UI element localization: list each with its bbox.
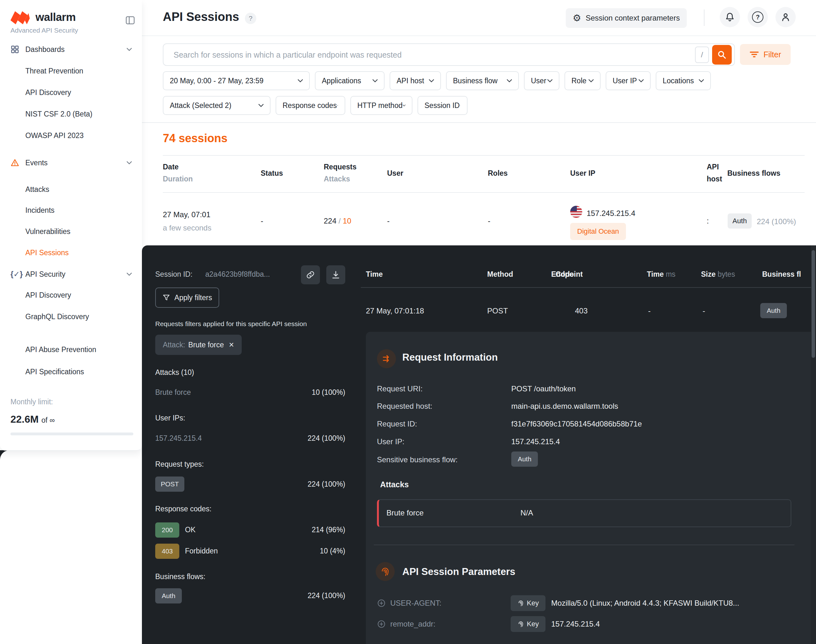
provider-badge[interactable]: Digital Ocean [570, 223, 626, 240]
chevron-down-icon [372, 79, 378, 82]
sidebar-item-events[interactable]: Events [0, 155, 142, 170]
row-date: 27 May, 07:01 [163, 210, 211, 219]
chevron-down-icon [403, 104, 406, 107]
attack-filter-chip[interactable]: Attack: Brute force × [155, 335, 242, 355]
filter-chip-response-codes[interactable]: Response codes [276, 96, 345, 115]
sidebar-item-api-sessions[interactable]: API Sessions [0, 245, 142, 260]
host-label: Requested host: [377, 402, 432, 411]
filter-chip-attack[interactable]: Attack (Selected 2) [163, 96, 270, 115]
filter-chip-role[interactable]: Role [564, 71, 601, 90]
plus-circle-icon[interactable] [377, 619, 386, 629]
business-flow-badge[interactable]: Auth [728, 213, 752, 228]
app: API Sessions ? ⚙ Session context paramet… [0, 0, 816, 644]
sidebar-item-api-security[interactable]: {✓} API Security [0, 267, 142, 282]
req-size: - [702, 307, 705, 315]
chip-label: Session ID [424, 101, 459, 110]
attack-stat-value: 10 (100%) [312, 388, 345, 397]
business-flow-value: 224 (100%) [757, 217, 796, 226]
filter-chip-user[interactable]: User [524, 71, 559, 90]
code-200-badge: 200 [155, 523, 179, 538]
col-api-host-1: API [707, 163, 719, 171]
sidebar-item-graphql-discovery[interactable]: GraphQL Discovery [0, 309, 142, 324]
copy-link-button[interactable] [301, 265, 320, 284]
chip-label: User [531, 77, 546, 85]
page-help-icon[interactable]: ? [245, 13, 256, 24]
dt-col-time-ms: Time ms [647, 270, 675, 279]
filter-chip-api-host[interactable]: API host [390, 71, 441, 90]
chevron-down-icon [337, 104, 338, 107]
funnel-icon [163, 294, 170, 301]
param-2-key-chip[interactable]: Key [511, 616, 546, 632]
sidebar-item-api-abuse-prevention[interactable]: API Abuse Prevention [0, 342, 142, 357]
search-icon [717, 50, 727, 60]
col-api-host-2: host [707, 175, 722, 183]
row-user: - [387, 216, 390, 225]
filter-chip-applications[interactable]: Applications [315, 71, 384, 90]
search-input[interactable] [173, 45, 687, 64]
sidebar-item-dashboards[interactable]: Dashboards [0, 42, 142, 57]
drawer-scrollbar-thumb[interactable] [811, 250, 815, 358]
filter-button[interactable]: Filter [740, 44, 791, 65]
help-icon: ? [752, 11, 764, 23]
row-user-ip[interactable]: 157.245.215.4 [587, 209, 635, 218]
sidebar-item-threat-prevention[interactable]: Threat Prevention [0, 63, 142, 78]
chip-value: Brute force [188, 341, 224, 349]
download-button[interactable] [326, 265, 345, 284]
fingerprint-icon [517, 621, 524, 627]
sidebar-item-api-discovery[interactable]: API Discovery [0, 85, 142, 100]
filter-button-label: Filter [764, 50, 781, 59]
help-button[interactable]: ? [748, 7, 768, 27]
chip-label: User IP [613, 77, 637, 85]
chip-label: HTTP method [357, 101, 403, 110]
sidebar-item-nist-csf[interactable]: NIST CSF 2.0 (Beta) [0, 106, 142, 121]
dt-col-method: Method [487, 270, 513, 279]
us-flag-icon [570, 206, 582, 218]
req-business-flow-badge: Auth [760, 303, 787, 318]
dt-col-size: Size bytes [701, 270, 735, 279]
filter-chip-business-flow[interactable]: Business flow [446, 71, 519, 90]
row-duration: a few seconds [163, 224, 211, 232]
sidebar-item-attacks[interactable]: Attacks [0, 182, 142, 197]
filter-chip-http-method[interactable]: HTTP method [350, 96, 412, 115]
attack-stat-name[interactable]: Brute force [155, 388, 191, 397]
sidebar-item-owasp-api[interactable]: OWASP API 2023 [0, 128, 142, 143]
request-row[interactable]: 27 May, 07:01:18 POST 403 - - Auth [362, 298, 812, 324]
row-attacks: 10 [343, 216, 351, 225]
chevron-down-icon [127, 48, 132, 51]
filter-chip-date-range[interactable]: 20 May, 0:00 - 27 May, 23:59 [163, 71, 310, 90]
filter-chip-user-ip[interactable]: User IP [605, 71, 651, 90]
account-button[interactable] [776, 7, 796, 27]
business-flows-title: Business flows: [155, 572, 206, 581]
apply-filters-button[interactable]: Apply filters [155, 287, 219, 308]
sidebar-item-vulnerabilities[interactable]: Vulnerabilities [0, 224, 142, 239]
request-types-title: Request types: [155, 460, 204, 469]
notifications-button[interactable] [720, 7, 740, 27]
session-row[interactable]: 27 May, 07:01 a few seconds - 224 / 10 -… [142, 194, 816, 247]
dt-col-business-flows: Business fl [762, 270, 801, 279]
session-id-value[interactable]: a2a4623b9f8ffdba... [205, 270, 270, 279]
search-button[interactable] [712, 45, 732, 64]
key-label: Key [527, 620, 539, 628]
filters-note: Requests filters applied for this specif… [155, 320, 307, 328]
table-divider-header [163, 192, 805, 193]
session-context-parameters-button[interactable]: ⚙ Session context parameters [566, 8, 687, 28]
sidebar-item-api-specifications[interactable]: API Specifications [0, 364, 142, 379]
param-2-label: remote_addr: [390, 619, 436, 629]
lower-left-panel [0, 450, 142, 644]
gear-icon: ⚙ [573, 13, 581, 23]
dt-header-divider [361, 287, 811, 288]
user-ip-stat[interactable]: 157.245.215.4 [155, 434, 202, 443]
attack-row[interactable]: Brute force N/A [377, 499, 791, 527]
close-icon[interactable]: × [229, 340, 234, 350]
filter-chip-session-id[interactable]: Session ID [418, 96, 467, 115]
sidebar-item-api-discovery-2[interactable]: API Discovery [0, 287, 142, 303]
monthly-limit-value: 22.6M of ∞ [11, 414, 55, 425]
collapse-sidebar-icon[interactable] [126, 16, 135, 25]
param-1-key-chip[interactable]: Key [511, 595, 546, 611]
filter-chip-locations[interactable]: Locations [656, 71, 711, 90]
attacks-stats-title: Attacks (10) [155, 368, 194, 377]
plus-circle-icon[interactable] [377, 599, 386, 607]
business-flow-stat-value: 224 (100%) [307, 592, 345, 600]
req-time-ms: - [648, 307, 651, 315]
sidebar-item-incidents[interactable]: Incidents [0, 202, 142, 218]
